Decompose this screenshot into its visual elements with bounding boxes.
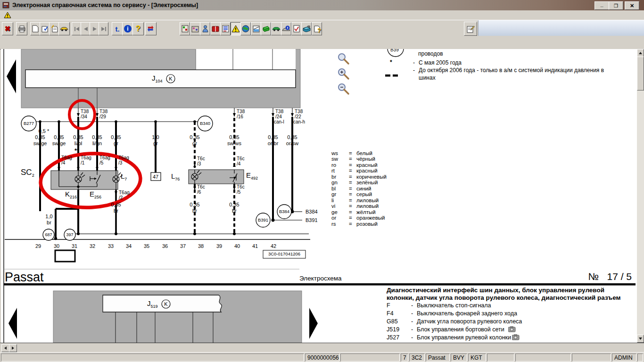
- legend-abbr: li: [331, 197, 334, 204]
- component-e256: E256: [90, 190, 101, 201]
- edit-doc-button[interactable]: [40, 22, 50, 35]
- wire-label: gr: [153, 140, 158, 146]
- sheet-tab-bar: Обзор Электросхема: [0, 343, 644, 353]
- zoom-out-icon[interactable]: [337, 82, 350, 95]
- complist-dash: -: [411, 302, 413, 309]
- nav-prev-button[interactable]: [81, 22, 91, 35]
- status-cell-group: 7: [401, 354, 408, 362]
- annotation-oct2006: До октября 2006 года - только в а/м с си…: [419, 67, 604, 74]
- ref-b384-circle: B384: [279, 209, 289, 214]
- prev-page-arrow-2[interactable]: [8, 308, 17, 339]
- new-note-button[interactable]: [49, 22, 59, 35]
- info-button[interactable]: i: [122, 22, 133, 35]
- component-l76: L76: [171, 173, 180, 183]
- doc-question-button[interactable]: ?: [312, 22, 322, 35]
- globe-button[interactable]: [240, 22, 251, 35]
- component-sc-fuse: SC2: [21, 169, 34, 179]
- menu-bar: Служба Править Просмотр Настройки Предуп…: [0, 10, 644, 20]
- toolbox-icon: [303, 25, 311, 32]
- beaker-button[interactable]: [251, 22, 261, 35]
- legend-name: чёрный: [356, 156, 375, 162]
- status-cell-empty: [637, 354, 643, 362]
- green-box-button[interactable]: [261, 22, 271, 35]
- swap-button[interactable]: [145, 22, 157, 35]
- legend-abbr: ws: [331, 150, 338, 156]
- warnings-button[interactable]: [231, 22, 241, 35]
- child-window-icon[interactable]: [4, 12, 11, 18]
- wire-label: 0,35: [35, 134, 45, 140]
- checklist-button[interactable]: [291, 22, 302, 35]
- track-number: 29: [35, 243, 41, 249]
- wire-label: 0,35: [190, 202, 199, 207]
- legend-eq: =: [349, 203, 352, 209]
- status-cell-order-number: 9000000056: [305, 354, 339, 362]
- help-button[interactable]: ?: [132, 22, 144, 35]
- beaker-icon: [253, 25, 260, 33]
- track-number: 31: [72, 243, 77, 249]
- globe-icon: [242, 25, 249, 33]
- track-number: 35: [144, 243, 149, 249]
- t-icon: t.: [115, 25, 119, 33]
- wire-label: 0,35: [229, 134, 239, 140]
- package-button[interactable]: [190, 22, 200, 35]
- maximize-button[interactable]: ❐: [609, 1, 623, 10]
- status-bar: 9000000056 7 3C2 Passat BVY KGT ADMIN: [0, 352, 644, 362]
- nav-first-button[interactable]: [72, 22, 82, 35]
- status-cell-user: ADMIN: [612, 354, 636, 362]
- nav-last-button[interactable]: [99, 22, 108, 35]
- track-number: 42: [271, 243, 276, 249]
- track-number: 39: [216, 243, 222, 249]
- print-button[interactable]: [16, 22, 27, 35]
- close-button[interactable]: ✕: [625, 1, 639, 10]
- note-edit-button[interactable]: [464, 22, 477, 36]
- complist-desc: Блок управления бортовой сети: [417, 326, 504, 333]
- wire-label: br: [192, 208, 197, 214]
- camera-icon[interactable]: [508, 326, 516, 332]
- wire-label: 0,35: [268, 134, 278, 140]
- wire-label: sw/ge: [33, 140, 47, 146]
- car-info-button[interactable]: [281, 22, 291, 35]
- vehicle-button[interactable]: [58, 22, 70, 35]
- tab-scroll-right[interactable]: [9, 344, 17, 352]
- magnifier-icon[interactable]: [337, 52, 350, 65]
- scroll-thumb[interactable]: [637, 57, 644, 90]
- green-car-button[interactable]: [271, 22, 281, 35]
- checklist-icon: [293, 25, 300, 33]
- annotation-dash1: -: [413, 59, 415, 66]
- terminal-button[interactable]: t.: [112, 22, 123, 35]
- minimize-button[interactable]: _: [594, 1, 609, 10]
- legend-name: зелёный: [356, 180, 378, 186]
- component-j519: J519: [147, 300, 158, 310]
- annotation-shinah: шинах: [419, 74, 436, 81]
- legend-eq: =: [349, 197, 352, 204]
- app-window: Электронная справочная система по сервис…: [0, 0, 644, 362]
- zoom-tools: [336, 51, 353, 98]
- b39-clipped-ref: B39: [389, 49, 404, 53]
- prev-page-arrow[interactable]: [7, 59, 16, 93]
- component-e492: E492: [246, 172, 258, 182]
- toolbox-button[interactable]: [301, 22, 312, 35]
- wire-label: 1,0: [152, 134, 159, 140]
- nav-next-button[interactable]: [90, 22, 99, 35]
- car-icon: [60, 26, 68, 32]
- next-page-arrow[interactable]: [309, 308, 318, 339]
- list-doc-button[interactable]: [220, 22, 231, 35]
- new-doc-button[interactable]: [30, 22, 41, 35]
- vertical-scrollbar[interactable]: [637, 49, 644, 343]
- wire-label: 0,35: [92, 134, 102, 140]
- parts-doc-button[interactable]: [180, 22, 190, 35]
- scroll-down-button[interactable]: [637, 335, 644, 343]
- wire-label: 0,35: [73, 134, 83, 140]
- tab-scroll-left[interactable]: [1, 344, 9, 352]
- ref-b277: B277: [24, 121, 34, 126]
- nav-next-icon: [92, 26, 97, 32]
- zoom-in-icon[interactable]: [337, 67, 350, 80]
- red-book-button[interactable]: [210, 22, 221, 35]
- exit-button[interactable]: ✖: [2, 22, 13, 35]
- scroll-up-button[interactable]: [637, 49, 644, 57]
- wire-label: 0,35: [190, 134, 199, 140]
- legend-abbr: br: [331, 174, 336, 180]
- camera-icon[interactable]: [512, 334, 520, 340]
- track-number: 34: [126, 243, 132, 249]
- person-button[interactable]: [200, 22, 210, 35]
